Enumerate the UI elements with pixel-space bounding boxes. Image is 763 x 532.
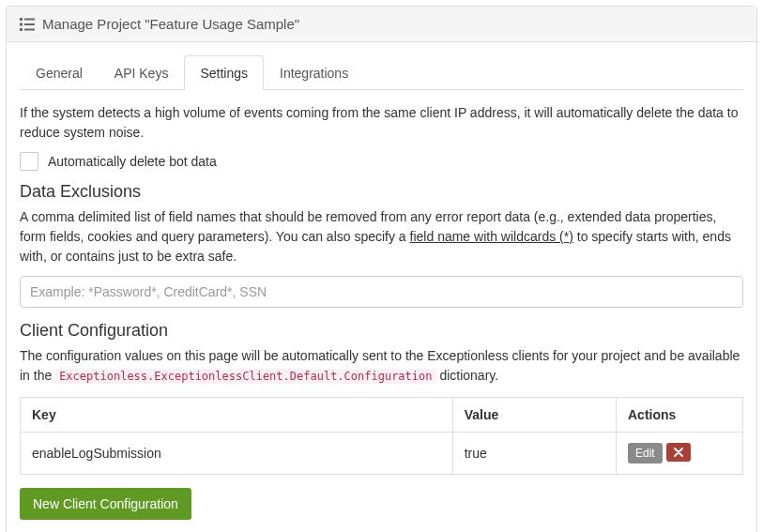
table-row: enableLogSubmission true Edit [21, 433, 743, 475]
col-actions: Actions [617, 398, 743, 433]
config-code: Exceptionless.ExceptionlessClient.Defaul… [55, 369, 435, 384]
new-client-config-button[interactable]: New Client Configuration [20, 488, 191, 520]
panel-header: Manage Project "Feature Usage Sample" [7, 7, 756, 42]
tabs: General API Keys Settings Integrations [20, 55, 743, 90]
col-value: Value [452, 398, 616, 433]
cell-value: true [452, 433, 616, 475]
delete-button[interactable] [666, 443, 691, 462]
tab-integrations[interactable]: Integrations [264, 55, 364, 90]
svg-rect-3 [24, 23, 35, 25]
wildcards-link[interactable]: field name with wildcards (*) [410, 229, 573, 244]
data-exclusions-heading: Data Exclusions [20, 182, 743, 202]
client-config-desc: The configuration values on this page wi… [20, 346, 743, 386]
client-config-heading: Client Configuration [20, 321, 743, 341]
close-icon [674, 448, 683, 457]
bot-help-text: If the system detects a high volume of e… [20, 103, 743, 143]
client-config-table: Key Value Actions enableLogSubmission tr… [20, 397, 743, 475]
bot-checkbox-label: Automatically delete bot data [48, 154, 217, 169]
data-exclusions-input[interactable] [20, 276, 743, 308]
tab-api-keys[interactable]: API Keys [99, 55, 185, 90]
col-key: Key [21, 398, 453, 433]
svg-rect-5 [24, 28, 35, 30]
panel-body: General API Keys Settings Integrations I… [7, 42, 756, 532]
data-exclusions-desc: A comma delimited list of field names th… [20, 207, 743, 266]
tab-settings[interactable]: Settings [184, 55, 264, 90]
cell-key: enableLogSubmission [21, 433, 453, 475]
cell-actions: Edit [617, 433, 743, 475]
svg-rect-4 [20, 28, 23, 31]
svg-rect-0 [20, 18, 23, 21]
tab-general[interactable]: General [20, 55, 99, 90]
bot-checkbox-row[interactable]: Automatically delete bot data [20, 152, 743, 171]
edit-button[interactable]: Edit [628, 443, 663, 464]
project-panel: Manage Project "Feature Usage Sample" Ge… [6, 6, 757, 532]
checkbox-icon[interactable] [20, 152, 38, 171]
list-icon [20, 18, 35, 31]
page-title: Manage Project "Feature Usage Sample" [42, 16, 299, 32]
svg-rect-2 [20, 23, 23, 25]
svg-rect-1 [24, 18, 35, 20]
